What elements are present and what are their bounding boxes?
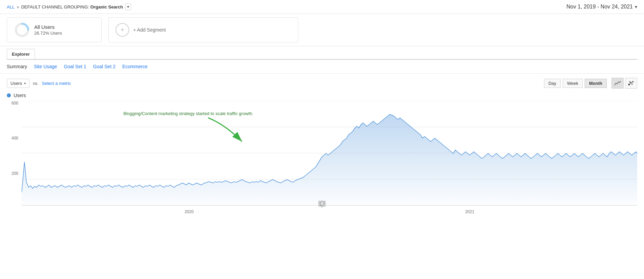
- chart-svg-container: Blogging/Content marketing strategy star…: [22, 101, 637, 206]
- svg-point-4: [632, 81, 634, 83]
- day-button[interactable]: Day: [544, 79, 561, 88]
- legend-dot: [7, 93, 11, 97]
- line-chart-button[interactable]: [611, 78, 624, 89]
- sub-nav-goal-set-2[interactable]: Goal Set 2: [93, 64, 116, 69]
- metric-selector: Users ▾ vs. Select a metric: [7, 79, 71, 88]
- chart-legend: Users: [7, 93, 637, 101]
- week-button[interactable]: Week: [563, 79, 583, 88]
- all-link[interactable]: ALL: [7, 4, 15, 10]
- time-controls: Day Week Month: [544, 78, 637, 89]
- vs-label: vs.: [33, 81, 39, 86]
- annotation-pin-area: 💬: [318, 201, 326, 207]
- chart-svg: [22, 101, 637, 206]
- metric-dropdown-arrow: ▾: [24, 81, 26, 85]
- legend-label: Users: [14, 93, 26, 98]
- select-metric-link[interactable]: Select a metric: [42, 81, 71, 86]
- chart-area: Users 600 400 200: [0, 93, 644, 220]
- svg-point-2: [628, 84, 630, 86]
- channel-dropdown[interactable]: ▾: [125, 3, 131, 10]
- sub-nav-ecommerce[interactable]: Ecommerce: [122, 64, 148, 69]
- line-chart-icon: [614, 80, 621, 86]
- chart-wrapper: 600 400 200: [7, 101, 637, 216]
- scatter-chart-button[interactable]: [625, 78, 637, 89]
- add-segment-label: + Add Segment: [133, 27, 166, 33]
- chart-controls: Users ▾ vs. Select a metric Day Week Mon…: [0, 74, 644, 93]
- breadcrumb-separator: »: [17, 4, 19, 10]
- channel-name: Organic Search: [90, 4, 123, 10]
- metric-label: Users: [11, 81, 22, 86]
- primary-segment-info: All Users 26.72% Users: [34, 24, 62, 36]
- add-segment-circle: +: [116, 23, 129, 37]
- x-axis-labels: 2020 2021: [22, 207, 637, 216]
- chart-type-buttons: [611, 78, 637, 89]
- metric-dropdown[interactable]: Users ▾: [7, 79, 29, 88]
- sub-nav-goal-set-1[interactable]: Goal Set 1: [64, 64, 86, 69]
- chat-bubble-icon[interactable]: 💬: [318, 201, 326, 207]
- segment-name: All Users: [34, 24, 62, 30]
- all-users-donut: [14, 22, 30, 38]
- top-bar: ALL » DEFAULT CHANNEL GROUPING: Organic …: [0, 0, 644, 14]
- channel-prefix: DEFAULT CHANNEL GROUPING:: [21, 4, 89, 10]
- y-axis-labels: 600 400 200: [7, 101, 20, 206]
- x-label-2020: 2020: [185, 209, 194, 214]
- segments-row: All Users 26.72% Users + + Add Segment: [0, 14, 644, 46]
- add-segment-card[interactable]: + + Add Segment: [108, 17, 298, 42]
- explorer-tab-bar: Explorer: [0, 46, 644, 59]
- date-range-label: Nov 1, 2019 - Nov 24, 2021: [566, 4, 633, 10]
- y-label-400: 400: [12, 136, 18, 141]
- date-range-chevron: ▾: [635, 4, 637, 10]
- date-range-selector[interactable]: Nov 1, 2019 - Nov 24, 2021 ▾: [566, 4, 637, 10]
- breadcrumb: ALL » DEFAULT CHANNEL GROUPING: Organic …: [7, 3, 131, 10]
- y-label-200: 200: [12, 171, 18, 176]
- sub-nav-site-usage[interactable]: Site Usage: [34, 64, 57, 69]
- sub-nav: Summary Site Usage Goal Set 1 Goal Set 2…: [0, 60, 644, 74]
- svg-point-5: [629, 81, 630, 82]
- y-label-600: 600: [12, 101, 18, 106]
- channel-grouping: DEFAULT CHANNEL GROUPING: Organic Search: [21, 4, 123, 10]
- x-label-2021: 2021: [465, 209, 475, 214]
- month-button[interactable]: Month: [585, 79, 607, 88]
- sub-nav-summary[interactable]: Summary: [7, 64, 27, 69]
- segment-percentage: 26.72% Users: [34, 31, 62, 36]
- primary-segment-card: All Users 26.72% Users: [7, 17, 102, 42]
- explorer-tab[interactable]: Explorer: [7, 49, 35, 59]
- svg-point-6: [631, 83, 633, 85]
- scatter-chart-icon: [628, 80, 635, 86]
